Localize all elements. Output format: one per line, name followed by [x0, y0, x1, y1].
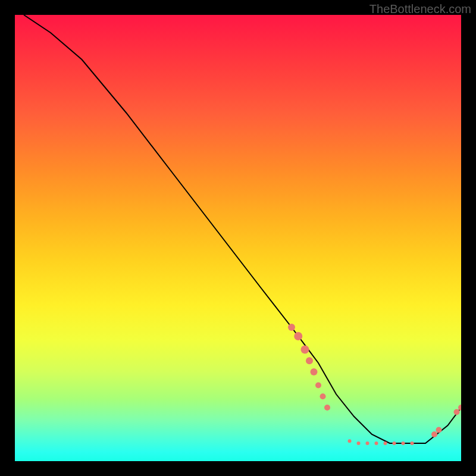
- marker-dot: [315, 383, 321, 389]
- marker-dot: [357, 441, 361, 445]
- marker-dot: [458, 405, 461, 411]
- marker-dot: [348, 439, 352, 443]
- marker-dot: [324, 405, 330, 411]
- marker-dot: [320, 393, 326, 399]
- marker-dot: [436, 427, 442, 433]
- bottleneck-curve-line: [24, 15, 461, 443]
- chart-svg: [15, 15, 461, 461]
- marker-dot: [306, 357, 313, 364]
- marker-dot: [393, 441, 396, 445]
- marker-dot: [288, 324, 295, 331]
- marker-dot: [402, 441, 405, 445]
- marker-dot: [311, 368, 318, 375]
- marker-dot: [454, 409, 460, 415]
- marker-dot: [411, 441, 414, 445]
- marker-dot: [384, 441, 387, 445]
- chart-plot-area: [15, 15, 461, 461]
- marker-dots-group: [288, 324, 461, 445]
- marker-dot: [294, 332, 302, 340]
- marker-dot: [375, 441, 378, 445]
- marker-dot: [301, 346, 309, 354]
- watermark-text: TheBottleneck.com: [369, 2, 471, 16]
- marker-dot: [366, 441, 369, 445]
- marker-dot: [431, 431, 437, 437]
